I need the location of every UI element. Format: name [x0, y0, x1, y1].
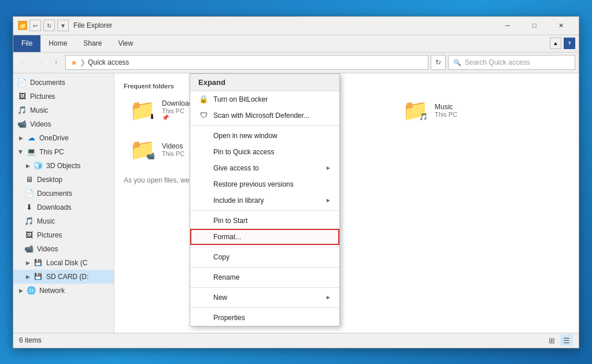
music-icon: 🎵: [17, 105, 27, 116]
3dobjects-icon: 🧊: [33, 161, 43, 171]
sidebar-item-3dobjects[interactable]: ▶ 🧊 3D Objects: [13, 159, 114, 173]
sidebar: 📄 Documents 🖼 Pictures 🎵 Music 📹 Videos …: [13, 73, 114, 333]
cm-bitlocker[interactable]: 🔒 Turn on BitLocker: [190, 91, 339, 107]
tab-view[interactable]: View: [110, 35, 141, 52]
tab-share[interactable]: Share: [75, 35, 110, 52]
address-star-icon: ★: [71, 58, 77, 67]
cm-pin-start[interactable]: Pin to Start: [190, 213, 339, 229]
help-button[interactable]: ?: [564, 38, 575, 49]
cm-rename[interactable]: Rename: [190, 269, 339, 285]
ribbon-collapse-button[interactable]: ▲: [550, 38, 561, 49]
list-view-button[interactable]: ☰: [560, 335, 573, 346]
address-bar-input[interactable]: ★ ❯ Quick access: [65, 55, 428, 70]
sidebar-label-thispc: This PC: [39, 148, 64, 156]
cm-new-label: New: [213, 294, 227, 302]
sidebar-item-videos2[interactable]: 📹 Videos: [13, 242, 114, 256]
cm-give-access-label: Give access to: [213, 164, 259, 172]
qat-redo[interactable]: ↻: [43, 20, 55, 31]
tab-home[interactable]: Home: [40, 35, 75, 52]
sdcard-icon: 💾: [33, 272, 43, 282]
sidebar-item-pictures2[interactable]: 🖼 Pictures: [13, 228, 114, 242]
cm-format[interactable]: Format...: [190, 229, 339, 245]
cm-sep1: [190, 125, 339, 126]
tab-file[interactable]: File: [13, 35, 40, 52]
give-access-icon: [198, 163, 209, 173]
file-explorer-window: 📁 ↩ ↻ ▼ File Explorer ─ □ ✕ File Home Sh…: [13, 16, 579, 348]
videos-icon: 📹: [17, 119, 27, 129]
sidebar-label-downloads: Downloads: [37, 203, 71, 211]
folder-badge-downloads: ⬇: [149, 113, 155, 121]
folder-badge-music: 🎵: [419, 113, 428, 121]
up-button[interactable]: ↑: [49, 55, 63, 69]
sidebar-item-pictures[interactable]: 🖼 Pictures: [13, 90, 114, 103]
cm-restore-label: Restore previous versions: [213, 180, 294, 188]
cm-properties[interactable]: Properties: [190, 310, 339, 326]
sidebar-item-documents[interactable]: 📄 Documents: [13, 76, 114, 90]
cm-sep2: [190, 210, 339, 211]
downloads-icon: ⬇: [24, 202, 34, 213]
music2-icon: 🎵: [24, 216, 34, 226]
search-box[interactable]: 🔍 Search Quick access: [448, 55, 575, 70]
cm-defender[interactable]: 🛡 Scan with Microsoft Defender...: [190, 107, 339, 124]
thispc-arrow: ▶: [17, 148, 25, 156]
sidebar-item-onedrive[interactable]: ▶ ☁ OneDrive: [13, 131, 114, 145]
format-icon: [198, 232, 209, 242]
close-button[interactable]: ✕: [547, 16, 574, 35]
cm-new[interactable]: New ►: [190, 289, 339, 306]
refresh-button[interactable]: ↻: [431, 55, 446, 70]
sidebar-item-music2[interactable]: 🎵 Music: [13, 214, 114, 228]
sidebar-label-videos: Videos: [30, 120, 51, 128]
qat-undo[interactable]: ↩: [29, 20, 41, 31]
sidebar-item-videos[interactable]: 📹 Videos: [13, 117, 114, 131]
grid-view-button[interactable]: ⊞: [545, 335, 558, 346]
sidebar-item-downloads[interactable]: ⬇ Downloads: [13, 200, 114, 214]
pictures2-icon: 🖼: [24, 230, 34, 240]
cm-restore-versions[interactable]: Restore previous versions: [190, 176, 339, 192]
new-icon: [198, 292, 209, 303]
sidebar-item-localdisk[interactable]: ▶ 💾 Local Disk (C: [13, 256, 114, 270]
sidebar-item-desktop[interactable]: 🖥 Desktop: [13, 173, 114, 187]
network-icon: 🌐: [26, 285, 36, 296]
sidebar-item-documents2[interactable]: 📄 Documents: [13, 187, 114, 200]
minimize-button[interactable]: ─: [494, 16, 521, 35]
folder-sub-videos: This PC: [162, 150, 184, 157]
sidebar-item-thispc[interactable]: ▶ 💻 This PC: [13, 145, 114, 159]
cm-open-new-window[interactable]: Open in new window: [190, 128, 339, 144]
sidebar-label-pictures: Pictures: [30, 92, 55, 101]
cm-copy[interactable]: Copy: [190, 249, 339, 265]
desktop-icon: 🖥: [24, 174, 34, 185]
cm-pin-quickaccess[interactable]: Pin to Quick access: [190, 144, 339, 160]
qat-dropdown[interactable]: ▼: [57, 20, 69, 31]
restore-icon: [198, 179, 209, 190]
folder-name-music: Music: [435, 103, 457, 111]
network-arrow: ▶: [17, 287, 25, 295]
cm-defender-label: Scan with Microsoft Defender...: [213, 112, 309, 120]
folder-icon-downloads: 📁 ⬇: [128, 99, 156, 122]
3dobjects-arrow: ▶: [24, 162, 32, 170]
sidebar-label-music: Music: [30, 106, 48, 114]
content-area: Frequent folders 📁 ⬇ Downloads This PC 📌: [114, 73, 579, 333]
cm-include-library[interactable]: Include in library ►: [190, 192, 339, 209]
addressbar: ← → ↑ ★ ❯ Quick access ↻ 🔍 Search Quick …: [13, 53, 579, 73]
thispc-icon: 💻: [26, 147, 36, 157]
sidebar-item-sdcard[interactable]: ▶ 💾 SD CARD (D:: [13, 270, 114, 284]
sidebar-label-3dobjects: 3D Objects: [46, 162, 80, 170]
address-path: Quick access: [88, 58, 129, 66]
sidebar-item-network[interactable]: ▶ 🌐 Network: [13, 284, 114, 298]
maximize-button[interactable]: □: [521, 16, 547, 35]
cm-sep6: [190, 307, 339, 308]
cm-give-access[interactable]: Give access to ►: [190, 160, 339, 176]
sidebar-label-videos2: Videos: [37, 245, 58, 253]
give-access-arrow: ►: [325, 165, 331, 171]
item-count: 6 items: [19, 336, 42, 344]
folder-item-music[interactable]: 📁 🎵 Music This PC: [397, 95, 524, 125]
folder-badge-videos: 📹: [146, 152, 155, 160]
forward-button[interactable]: →: [33, 55, 47, 69]
back-button[interactable]: ←: [17, 55, 31, 69]
search-placeholder: Search Quick access: [465, 58, 530, 66]
address-path-separator: ❯: [80, 58, 86, 66]
cm-open-new-label: Open in new window: [213, 132, 278, 140]
cm-sep3: [190, 247, 339, 247]
titlebar: 📁 ↩ ↻ ▼ File Explorer ─ □ ✕: [13, 17, 579, 35]
sidebar-item-music[interactable]: 🎵 Music: [13, 103, 114, 117]
